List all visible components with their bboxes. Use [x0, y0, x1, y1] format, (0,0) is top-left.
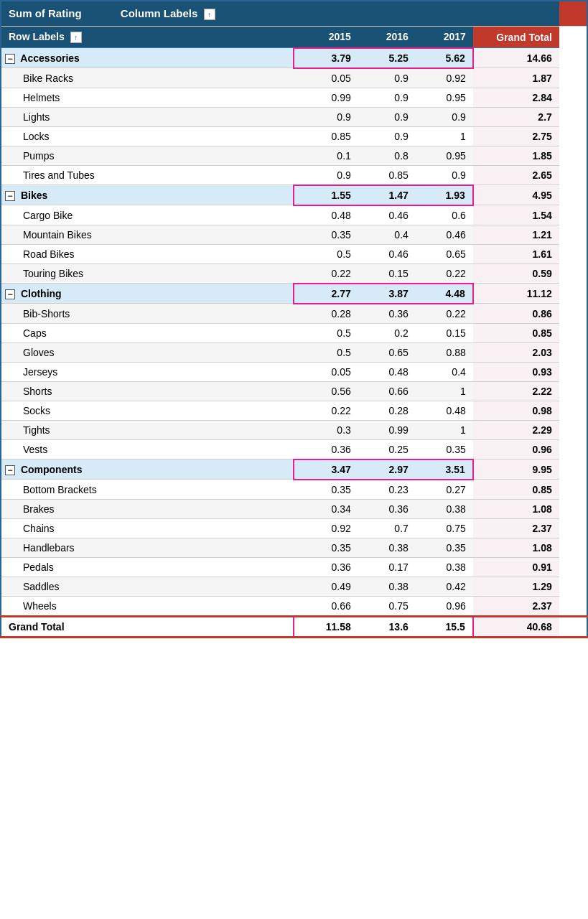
- sub-grand-total: 0.85: [473, 480, 559, 500]
- sub-row: Road Bikes 0.5 0.46 0.65 1.61: [1, 244, 587, 263]
- sub-val-2015: 0.66: [294, 596, 358, 616]
- sub-grand-total: 2.84: [473, 88, 559, 107]
- category-val-2015: 3.47: [294, 460, 358, 480]
- category-grand-total: 14.66: [473, 48, 559, 68]
- sub-label: Bottom Brackets: [1, 480, 294, 500]
- sub-grand-total: 2.22: [473, 381, 559, 401]
- sub-grand-total: 0.96: [473, 439, 559, 460]
- sub-val-2016: 0.25: [358, 439, 416, 460]
- sub-val-2017: 0.38: [416, 557, 473, 577]
- sub-val-2015: 0.85: [294, 126, 358, 146]
- sub-val-2016: 0.15: [358, 263, 416, 284]
- sub-label: Bib-Shorts: [1, 304, 294, 324]
- grand-total-val-2016: 13.6: [358, 616, 416, 637]
- collapse-icon[interactable]: −: [5, 289, 15, 299]
- sub-val-2017: 0.27: [416, 480, 473, 500]
- sub-label: Saddles: [1, 577, 294, 596]
- sub-val-2016: 0.65: [358, 342, 416, 362]
- sub-label: Jerseys: [1, 362, 294, 381]
- sub-val-2015: 0.9: [294, 107, 358, 126]
- sub-val-2017: 0.9: [416, 107, 473, 126]
- sub-val-2016: 0.9: [358, 68, 416, 88]
- category-val-2015: 2.77: [294, 284, 358, 304]
- sub-row: Touring Bikes 0.22 0.15 0.22 0.59: [1, 263, 587, 284]
- collapse-icon[interactable]: −: [5, 465, 15, 475]
- sub-val-2016: 0.99: [358, 420, 416, 439]
- sub-val-2017: 0.38: [416, 499, 473, 518]
- sub-val-2017: 0.22: [416, 304, 473, 324]
- sub-row: Locks 0.85 0.9 1 2.75: [1, 126, 587, 146]
- sub-val-2017: 0.15: [416, 323, 473, 342]
- sub-grand-total: 2.75: [473, 126, 559, 146]
- category-grand-total: 9.95: [473, 460, 559, 480]
- sub-val-2015: 0.48: [294, 205, 358, 225]
- sub-val-2015: 0.9: [294, 165, 358, 185]
- sub-val-2015: 0.22: [294, 401, 358, 420]
- sub-row: Tights 0.3 0.99 1 2.29: [1, 420, 587, 439]
- sub-row: Mountain Bikes 0.35 0.4 0.46 1.21: [1, 225, 587, 244]
- sub-val-2016: 0.36: [358, 304, 416, 324]
- category-val-2017: 5.62: [416, 48, 473, 68]
- sub-val-2017: 0.75: [416, 518, 473, 538]
- sub-val-2017: 0.95: [416, 146, 473, 165]
- sub-val-2016: 0.2: [358, 323, 416, 342]
- sub-label: Vests: [1, 439, 294, 460]
- sub-val-2016: 0.46: [358, 205, 416, 225]
- sub-val-2015: 0.22: [294, 263, 358, 284]
- sub-grand-total: 0.93: [473, 362, 559, 381]
- grand-total-row: Grand Total 11.58 13.6 15.5 40.68: [1, 616, 587, 637]
- collapse-icon[interactable]: −: [5, 191, 15, 201]
- sub-label: Touring Bikes: [1, 263, 294, 284]
- sub-label: Chains: [1, 518, 294, 538]
- sub-val-2015: 0.5: [294, 323, 358, 342]
- sub-val-2017: 0.22: [416, 263, 473, 284]
- sub-val-2015: 0.5: [294, 342, 358, 362]
- sub-val-2017: 1: [416, 420, 473, 439]
- column-sort-icon[interactable]: ↑: [204, 9, 215, 20]
- sub-val-2016: 0.38: [358, 538, 416, 557]
- sub-val-2016: 0.4: [358, 225, 416, 244]
- sub-row: Helmets 0.99 0.9 0.95 2.84: [1, 88, 587, 107]
- sub-grand-total: 0.98: [473, 401, 559, 420]
- sub-val-2017: 0.96: [416, 596, 473, 616]
- sub-label: Brakes: [1, 499, 294, 518]
- sub-row: Jerseys 0.05 0.48 0.4 0.93: [1, 362, 587, 381]
- sub-grand-total: 0.59: [473, 263, 559, 284]
- sub-label: Socks: [1, 401, 294, 420]
- sub-label: Gloves: [1, 342, 294, 362]
- sub-label: Cargo Bike: [1, 205, 294, 225]
- category-row: − Accessories 3.79 5.25 5.62 14.66: [1, 48, 587, 68]
- sub-grand-total: 2.7: [473, 107, 559, 126]
- sub-label: Pumps: [1, 146, 294, 165]
- sub-val-2016: 0.85: [358, 165, 416, 185]
- category-val-2015: 1.55: [294, 185, 358, 205]
- category-val-2016: 5.25: [358, 48, 416, 68]
- category-val-2017: 4.48: [416, 284, 473, 304]
- sub-label: Handlebars: [1, 538, 294, 557]
- sub-row: Wheels 0.66 0.75 0.96 2.37: [1, 596, 587, 616]
- sub-grand-total: 2.37: [473, 518, 559, 538]
- category-grand-total: 4.95: [473, 185, 559, 205]
- sub-row: Handlebars 0.35 0.38 0.35 1.08: [1, 538, 587, 557]
- sub-val-2016: 0.38: [358, 577, 416, 596]
- sub-row: Bottom Brackets 0.35 0.23 0.27 0.85: [1, 480, 587, 500]
- sub-label: Shorts: [1, 381, 294, 401]
- sub-grand-total: 1.08: [473, 538, 559, 557]
- category-label: − Accessories: [1, 48, 294, 68]
- collapse-icon[interactable]: −: [5, 54, 15, 64]
- sub-grand-total: 1.21: [473, 225, 559, 244]
- sub-val-2015: 0.34: [294, 499, 358, 518]
- sub-val-2017: 0.46: [416, 225, 473, 244]
- sub-grand-total: 1.29: [473, 577, 559, 596]
- grand-total-val-2015: 11.58: [294, 616, 358, 637]
- sub-val-2015: 0.05: [294, 68, 358, 88]
- sub-row: Brakes 0.34 0.36 0.38 1.08: [1, 499, 587, 518]
- category-grand-total: 11.12: [473, 284, 559, 304]
- sub-row: Vests 0.36 0.25 0.35 0.96: [1, 439, 587, 460]
- grand-total-overall: 40.68: [473, 616, 559, 637]
- row-sort-icon[interactable]: ↑: [70, 32, 82, 43]
- sub-val-2017: 0.48: [416, 401, 473, 420]
- sub-label: Lights: [1, 107, 294, 126]
- sub-val-2017: 0.42: [416, 577, 473, 596]
- sub-val-2016: 0.23: [358, 480, 416, 500]
